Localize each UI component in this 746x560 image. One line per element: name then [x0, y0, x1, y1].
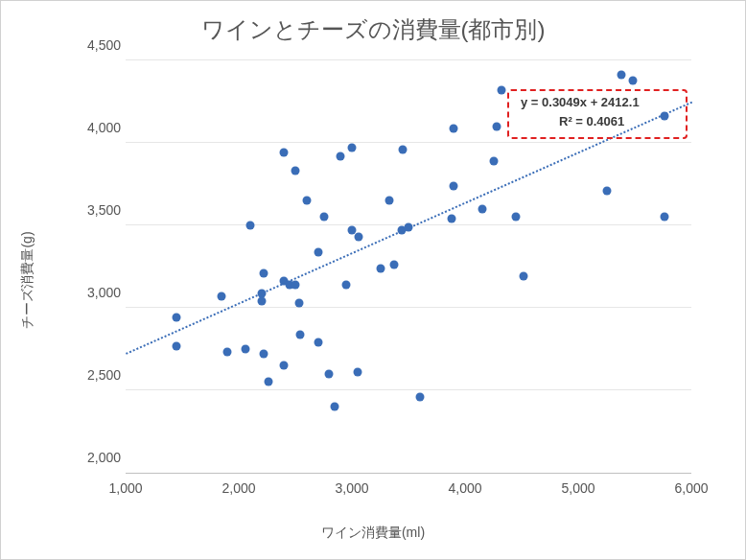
x-tick-label: 5,000 [561, 480, 594, 496]
data-point [291, 280, 300, 289]
gridline [126, 307, 691, 308]
data-point [280, 362, 289, 370]
data-point [280, 149, 289, 157]
y-tick-label: 2,000 [73, 450, 121, 465]
data-point [450, 124, 458, 132]
gridline [126, 59, 691, 60]
data-point [353, 368, 361, 377]
x-tick-label: 2,000 [221, 480, 255, 496]
data-point [512, 213, 521, 222]
data-point [319, 213, 328, 222]
data-point [348, 144, 357, 152]
data-point [520, 272, 528, 281]
trendline-equation: y = 0.3049x + 2412.1 [521, 95, 640, 109]
data-point [660, 213, 668, 222]
data-point [355, 233, 363, 242]
data-point [493, 122, 501, 130]
data-point [295, 330, 304, 338]
data-point [447, 215, 455, 223]
y-tick-label: 3,500 [73, 202, 121, 218]
x-tick-label: 6,000 [674, 480, 708, 496]
data-point [291, 167, 300, 175]
data-point [497, 85, 505, 94]
x-tick-label: 1,000 [108, 480, 142, 496]
chart-container: ワインとチーズの消費量(都市別) チーズ消費量(g) 2,0002,5003,0… [0, 0, 746, 560]
data-point [405, 222, 413, 231]
plot-area: 2,0002,5003,0003,5004,0004,5001,0002,000… [126, 60, 691, 474]
data-point [385, 197, 393, 205]
data-point [245, 222, 254, 230]
gridline [126, 142, 691, 143]
y-tick-label: 3,000 [73, 285, 121, 300]
data-point [399, 145, 408, 153]
x-tick-label: 3,000 [335, 480, 368, 496]
data-point [325, 369, 334, 378]
data-point [173, 314, 181, 322]
data-point [489, 156, 498, 165]
data-point [223, 348, 232, 357]
data-point [264, 378, 272, 386]
data-point [259, 268, 268, 277]
data-point [450, 181, 458, 190]
data-point [337, 152, 345, 160]
gridline [126, 389, 691, 390]
data-point [257, 297, 266, 306]
data-point [331, 403, 339, 411]
y-tick-label: 4,000 [73, 120, 121, 135]
data-point [617, 71, 625, 80]
data-point [173, 341, 181, 350]
data-point [302, 197, 311, 205]
data-point [478, 204, 486, 213]
data-point [389, 261, 398, 269]
y-axis-label: チーズ消費量(g) [19, 231, 36, 328]
data-point [342, 280, 351, 289]
data-point [218, 292, 226, 300]
y-tick-label: 2,500 [73, 367, 121, 383]
data-point [415, 392, 424, 401]
x-axis-label: ワイン消費量(ml) [321, 525, 425, 542]
data-point [314, 247, 322, 256]
y-tick-label: 4,500 [73, 37, 121, 53]
data-point [628, 76, 637, 84]
data-point [259, 350, 268, 359]
trendline-r2: R² = 0.4061 [559, 114, 624, 128]
x-tick-label: 4,000 [448, 480, 481, 496]
data-point [376, 264, 385, 272]
data-point [294, 298, 303, 307]
data-point [602, 186, 611, 195]
data-point [314, 338, 322, 347]
data-point [242, 345, 250, 354]
